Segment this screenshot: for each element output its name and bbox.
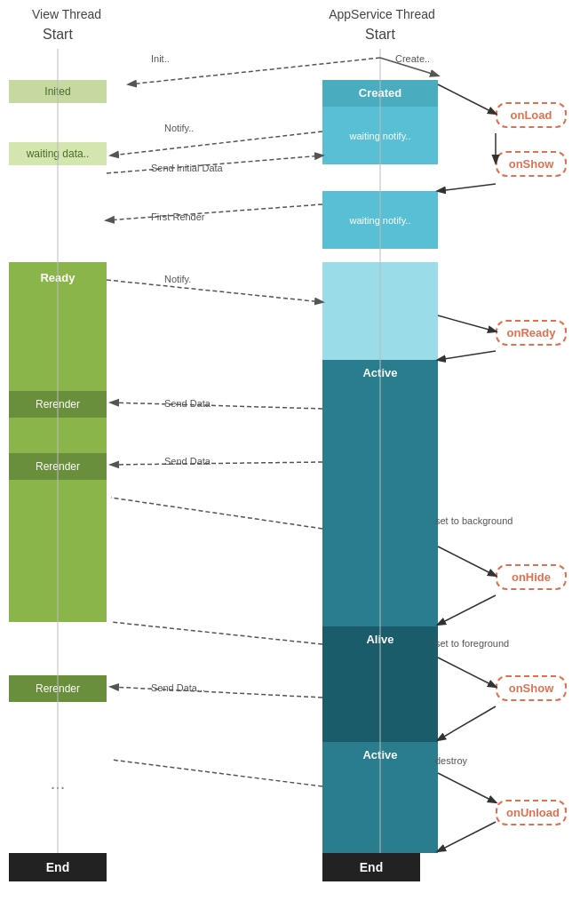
svg-line-21	[111, 687, 322, 698]
created-block: Created	[322, 80, 438, 107]
svg-line-19	[438, 658, 496, 687]
app-end-block: End	[322, 853, 420, 881]
svg-line-7	[107, 280, 322, 302]
dots: ...	[9, 773, 107, 793]
rerender2-block: Rerender	[9, 453, 107, 480]
view-thread-header: View Thread	[9, 7, 124, 21]
view-end-block: End	[9, 853, 107, 881]
send-initial-label: Send Initial Data	[151, 163, 223, 173]
notify1-label: Notify..	[164, 123, 194, 133]
set-foreground-label: set to foreground	[435, 638, 509, 649]
onshow2-box: onShow	[496, 675, 567, 701]
send-data2-label: Send Data	[164, 456, 211, 466]
svg-line-20	[438, 706, 496, 740]
active1-label: Active	[322, 360, 438, 387]
active2-body	[322, 769, 438, 853]
onshow1-box: onShow	[496, 151, 567, 177]
app-thread-header: AppService Thread	[311, 7, 453, 21]
svg-line-23	[438, 773, 496, 802]
set-background-label: set to background	[435, 515, 513, 526]
rerender1-block: Rerender	[9, 391, 107, 418]
svg-line-4	[111, 132, 322, 155]
svg-line-18	[111, 622, 322, 644]
svg-line-10	[438, 184, 496, 191]
view-start: Start	[9, 27, 107, 43]
pre-active-area	[322, 262, 438, 360]
waiting-notify2-block: waiting notify..	[322, 191, 438, 249]
inited-block: Inited	[9, 80, 107, 103]
svg-line-6	[107, 204, 322, 220]
alive-body	[322, 653, 438, 742]
svg-line-8	[438, 84, 496, 114]
svg-line-14	[111, 462, 322, 465]
svg-line-12	[438, 351, 496, 360]
onload-box: onLoad	[496, 102, 567, 128]
svg-line-22	[111, 760, 322, 786]
svg-line-15	[111, 498, 322, 529]
svg-line-13	[111, 403, 322, 409]
init-label: Init..	[151, 53, 170, 64]
create-label: Create..	[395, 53, 430, 64]
waiting-notify1-block: waiting notify..	[322, 107, 438, 164]
waiting-data-block: waiting data..	[9, 142, 107, 165]
onready-box: onReady	[496, 320, 567, 346]
rerender3-block: Rerender	[9, 675, 107, 702]
send-data1-label: Send Data	[164, 398, 211, 409]
onhide-box: onHide	[496, 564, 567, 590]
first-render-label: First Render	[151, 211, 205, 222]
destroy-label: destroy	[435, 755, 467, 766]
send-data3-label: Send Data...	[151, 682, 205, 693]
alive-label: Alive	[322, 626, 438, 653]
active2-label: Active	[322, 742, 438, 769]
ready-block: Ready	[9, 262, 107, 293]
notify2-label: Notify.	[164, 274, 191, 284]
svg-line-24	[438, 822, 496, 851]
active1-body	[322, 387, 438, 626]
app-start: Start	[322, 27, 438, 43]
onunload-box: onUnload	[496, 800, 567, 825]
svg-line-17	[438, 595, 496, 625]
diagram-container: View Thread AppService Thread Start Init…	[0, 0, 588, 901]
svg-line-11	[438, 315, 496, 331]
svg-line-16	[438, 546, 496, 576]
